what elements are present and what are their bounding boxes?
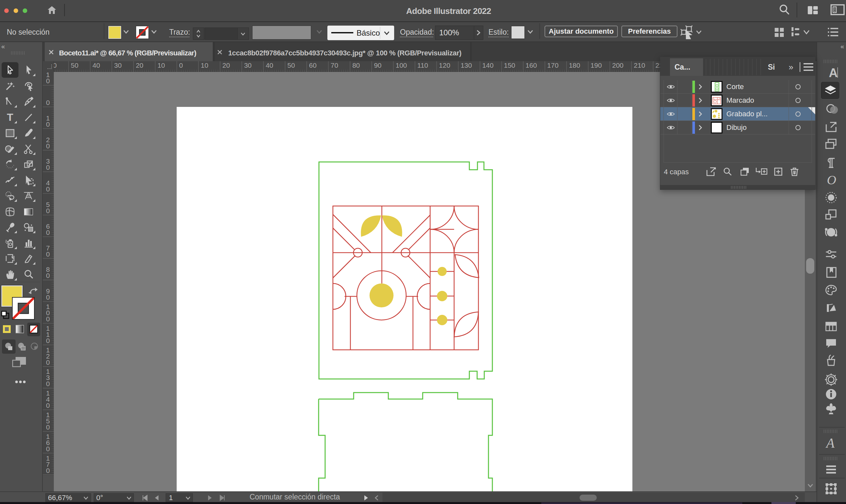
svg-text:10: 10 — [201, 61, 208, 69]
svg-text:0: 0 — [46, 445, 50, 452]
svg-text:50: 50 — [287, 61, 295, 69]
svg-text:150: 150 — [504, 61, 515, 69]
svg-text:0: 0 — [46, 229, 50, 236]
svg-text:40: 40 — [266, 61, 273, 69]
svg-text:0: 0 — [46, 77, 50, 85]
svg-text:30: 30 — [114, 61, 122, 69]
svg-text:O: O — [827, 173, 836, 187]
svg-text:0: 0 — [46, 185, 50, 193]
svg-text:90: 90 — [374, 61, 382, 69]
svg-text:T: T — [7, 111, 13, 123]
svg-text:160: 160 — [525, 61, 537, 69]
svg-text:0: 0 — [46, 121, 50, 128]
svg-text:0: 0 — [179, 61, 183, 69]
svg-text:0: 0 — [46, 293, 50, 301]
svg-text:130: 130 — [461, 61, 472, 69]
svg-text:100: 100 — [396, 61, 407, 69]
svg-text:210: 210 — [634, 61, 645, 69]
svg-text:0: 0 — [46, 207, 50, 214]
svg-text:180: 180 — [569, 61, 580, 69]
svg-text:0: 0 — [46, 164, 50, 171]
svg-text:120: 120 — [439, 61, 450, 69]
svg-text:0: 0 — [46, 250, 50, 258]
svg-text:0: 0 — [46, 380, 50, 388]
svg-text:A: A — [829, 66, 838, 79]
svg-text:60: 60 — [309, 61, 316, 69]
svg-text:80: 80 — [352, 61, 360, 69]
svg-text:0: 0 — [46, 359, 50, 366]
svg-text:0: 0 — [46, 142, 50, 150]
svg-text:50: 50 — [71, 61, 78, 69]
svg-text:0: 0 — [46, 337, 50, 344]
svg-text:0: 0 — [46, 272, 50, 279]
svg-text:40: 40 — [92, 61, 100, 69]
svg-text:A: A — [825, 436, 835, 450]
svg-text:170: 170 — [547, 61, 559, 69]
svg-text:20: 20 — [222, 61, 230, 69]
svg-text:0: 0 — [46, 99, 50, 106]
svg-text:20: 20 — [136, 61, 143, 69]
svg-text:200: 200 — [612, 61, 624, 69]
svg-text:190: 190 — [591, 61, 602, 69]
svg-text:30: 30 — [244, 61, 251, 69]
svg-text:10: 10 — [158, 61, 165, 69]
svg-text:140: 140 — [482, 61, 494, 69]
svg-text:0: 0 — [46, 424, 50, 431]
svg-text:0: 0 — [46, 402, 50, 409]
svg-text:70: 70 — [331, 61, 338, 69]
svg-text:110: 110 — [417, 61, 428, 69]
svg-text:0: 0 — [46, 315, 50, 323]
svg-text:0: 0 — [46, 467, 50, 474]
